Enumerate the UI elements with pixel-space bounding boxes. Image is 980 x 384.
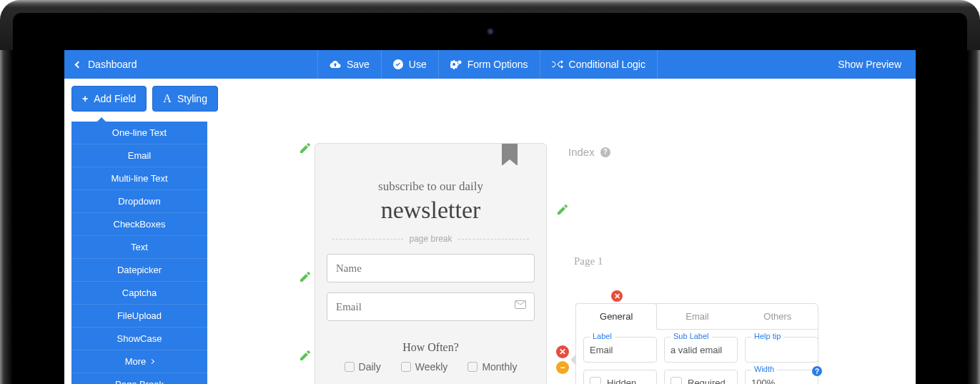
helptip-title: Help tip [751,332,783,340]
form-options-label: Form Options [467,59,528,70]
field-type-captcha[interactable]: Captcha [71,282,207,305]
save-label: Save [347,59,370,70]
checkbox-icon [467,362,477,372]
minimize-field-button[interactable]: − [556,361,569,374]
name-field[interactable] [327,254,535,282]
gears-icon [450,59,462,69]
more-label: More [125,356,147,367]
conditional-label: Conditional Logic [569,59,645,70]
show-preview-button[interactable]: Show Preview [838,59,901,70]
index-panel: Index ? Page 1 ✕ ✕ − General Email Other… [568,142,916,267]
check-circle-icon [393,59,403,69]
edit-icon[interactable] [300,350,310,360]
email-field[interactable] [327,292,535,321]
add-field-menu: One-line Text Email Multi-line Text Drop… [71,122,207,384]
sublabel-title: Sub Label [670,332,712,340]
width-input-wrap: Width ? [745,370,818,384]
top-bar: Dashboard Save Use Form Options Conditio… [64,50,916,79]
field-type-text[interactable]: Text [71,236,207,259]
how-often-label: How Often? [327,341,535,354]
field-type-email[interactable]: Email [71,144,207,167]
required-checkbox-wrap[interactable]: Required [664,370,738,384]
edit-icon[interactable] [558,205,568,215]
hidden-label: Hidden [607,378,636,385]
tab-others[interactable]: Others [738,304,818,329]
bookmark-icon [502,144,518,165]
form-preview-panel: subscribe to our daily newsletter page b… [315,143,547,384]
camera-icon [486,27,495,36]
checkbox-icon [345,362,355,372]
back-label: Dashboard [88,59,137,70]
field-type-checkboxes[interactable]: CheckBoxes [71,213,207,236]
props-tabs: General Email Others [576,304,818,330]
tab-general[interactable]: General [575,303,657,330]
field-type-datepicker[interactable]: Datepicker [71,259,207,282]
field-type-multiline[interactable]: Multi-line Text [71,167,207,190]
checkbox-icon [590,377,601,384]
page-break-divider: page break [327,234,535,244]
cloud-icon [330,60,341,69]
use-button[interactable]: Use [381,50,438,79]
device-side [0,50,64,384]
label-input[interactable] [590,345,650,355]
width-input[interactable] [751,378,812,385]
field-type-pagebreak[interactable]: Page Break [71,373,207,384]
conditional-logic-button[interactable]: Conditional Logic [540,50,658,79]
sublabel-input-wrap: Sub Label [664,337,738,363]
helptip-input[interactable] [751,345,812,355]
app-screen: Dashboard Save Use Form Options Conditio… [64,50,916,384]
field-type-fileupload[interactable]: FileUpload [71,305,207,328]
field-properties-panel: ✕ − General Email Others Label Sub Label [575,303,818,384]
checkbox-icon [670,377,682,384]
help-icon[interactable]: ? [812,366,822,376]
tab-email[interactable]: Email [657,304,737,329]
svg-point-1 [457,61,461,64]
edit-icon[interactable] [300,143,310,153]
use-label: Use [409,59,427,70]
option-weekly[interactable]: Weekly [401,361,448,373]
device-side [916,50,980,384]
hidden-checkbox-wrap[interactable]: Hidden [583,370,657,384]
sublabel-input[interactable] [670,345,731,355]
page-label: Page 1 [574,255,916,267]
option-daily[interactable]: Daily [345,361,381,373]
help-icon[interactable]: ? [600,147,610,157]
save-button[interactable]: Save [317,50,381,79]
form-subtitle: subscribe to our daily [327,179,535,194]
field-type-oneline[interactable]: One-line Text [71,122,207,144]
chevron-right-icon [149,359,154,364]
width-title: Width [751,365,777,373]
helptip-input-wrap: Help tip [745,337,818,363]
back-to-dashboard[interactable]: Dashboard [76,59,137,70]
close-page-button[interactable]: ✕ [611,290,623,302]
field-type-showcase[interactable]: ShowCase [71,328,207,350]
label-input-wrap: Label [583,337,657,363]
option-monthly[interactable]: Monthly [467,361,517,373]
index-header: Index ? [568,142,916,162]
frequency-options: Daily Weekly Monthly [327,361,535,373]
edit-icon[interactable] [300,272,310,282]
chevron-left-icon [75,61,82,68]
label-title: Label [590,332,615,340]
required-label: Required [688,378,726,385]
index-title: Index [568,146,595,158]
form-title: newsletter [327,197,535,224]
shuffle-icon [552,59,563,69]
form-options-button[interactable]: Form Options [438,50,540,79]
delete-field-button[interactable]: ✕ [556,345,569,358]
field-type-more[interactable]: More [71,350,207,373]
checkbox-icon [401,362,411,372]
field-type-dropdown[interactable]: Dropdown [71,190,207,213]
